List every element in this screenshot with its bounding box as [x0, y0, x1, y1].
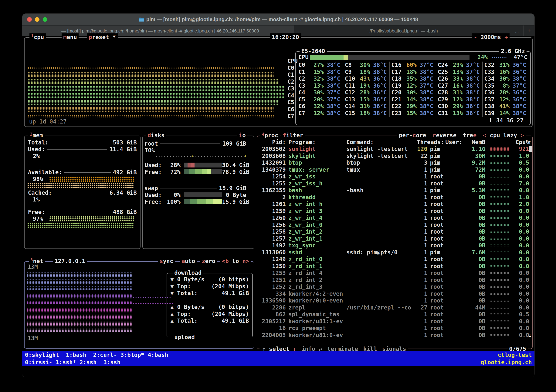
- upload-total-row: ▲ Total: 49.1 GiB: [167, 317, 252, 324]
- core-id: C21: [390, 96, 402, 103]
- new-tab-button[interactable]: +: [524, 25, 534, 36]
- minimize-button[interactable]: [35, 17, 39, 22]
- process-row[interactable]: 1432091btopbtop3pim9.2M0.5: [257, 159, 532, 166]
- process-row[interactable]: 1260z_wr_int_41root0B0.0: [257, 215, 532, 222]
- column-program[interactable]: Program:: [288, 138, 344, 146]
- iface-prev-button[interactable]: <b: [222, 258, 229, 264]
- io-toggle[interactable]: io: [237, 132, 247, 139]
- sort-prev-button[interactable]: <: [483, 132, 486, 138]
- process-row[interactable]: 1340379tmux: servertmux1pim72M0.0: [257, 166, 532, 173]
- sort-next-button[interactable]: >: [520, 132, 524, 138]
- iface-next-button[interactable]: n>: [242, 258, 249, 264]
- process-row[interactable]: 1254z_wr_iss1root0B0.0: [257, 173, 532, 180]
- mem-panel-tab[interactable]: 2mem: [28, 132, 45, 140]
- process-cpu: 7.0: [509, 180, 529, 187]
- mem-cached-row: Cached:6.34 GiB: [28, 189, 137, 196]
- process-row[interactable]: 2286zrepl/usr/bin/zrepl --co27root44M0.0: [257, 304, 532, 311]
- cpu-usage-band: [28, 72, 274, 77]
- process-row[interactable]: 1492txg_sync1root0B0.0: [257, 242, 532, 249]
- process-threads: 1: [417, 290, 427, 297]
- cpu-panel-tab[interactable]: 1cpu: [30, 33, 46, 42]
- process-pid: 1362355: [257, 187, 286, 194]
- process-mem: 0B: [465, 173, 485, 180]
- sort-direction-icon[interactable]: ↑: [528, 138, 532, 146]
- process-row[interactable]: 1259z_wr_int_31root0B0.0: [257, 208, 532, 215]
- tree-toggle[interactable]: tree: [463, 132, 477, 139]
- process-pid: 1260: [257, 215, 286, 222]
- cpu-usage-band: [28, 100, 279, 105]
- process-row[interactable]: 16rcu_preempt1root0B0.0: [257, 325, 532, 332]
- process-row[interactable]: 2003608skylightskylight -testcert22pim30…: [257, 153, 532, 160]
- column-memb[interactable]: MemB: [465, 138, 485, 146]
- reverse-toggle[interactable]: reverse: [433, 132, 456, 139]
- column-pid[interactable]: Pid:: [257, 138, 286, 146]
- process-row[interactable]: 1313060sshdsshd: pim@pts/01pim7.6M0.0: [257, 249, 532, 256]
- tab-mosh-label: ~ — [mosh] pim@glootie.ipng.ch: /home/pi…: [57, 28, 259, 34]
- disks-panel-tab[interactable]: disks: [146, 132, 166, 139]
- net-auto-toggle[interactable]: auto: [180, 257, 197, 265]
- process-row[interactable]: 2204003kworker/u81:0-ev1root0B0.0↓: [257, 332, 532, 339]
- titlebar[interactable]: pim — [mosh] pim@glootie.ipng.ch: /home/…: [22, 14, 534, 25]
- download-arrow-icon: ▼: [170, 290, 177, 297]
- zoom-button[interactable]: [43, 17, 47, 22]
- process-row[interactable]: 2305217kworker/u81:1-ev1root0B0.0: [257, 318, 532, 325]
- core-temp: 37°C: [510, 82, 526, 89]
- process-threads: 1: [417, 332, 427, 339]
- process-row[interactable]: 1253z_rd_int_41root0B0.0: [257, 270, 532, 277]
- process-row[interactable]: 1258z_wr_int_21root0B0.0: [257, 228, 532, 235]
- interval-increase-button[interactable]: +: [504, 34, 508, 40]
- zero-hotkey: z: [202, 258, 205, 264]
- process-command: /usr/bin/zrepl --co: [346, 304, 417, 311]
- process-row[interactable]: 1250z_rd_int_11root0B0.0: [257, 263, 532, 270]
- column-command[interactable]: Command:: [346, 138, 417, 146]
- cpu-detail-panel: E5-2640 2.6 GHz CPU 24% 47°C C027%38°CC8…: [295, 51, 531, 125]
- net-zero-toggle[interactable]: zero: [200, 257, 217, 265]
- core-usage: 8%: [495, 82, 510, 89]
- process-cpu-graph: [489, 189, 509, 192]
- mem-free-value: 488 GiB: [111, 208, 137, 215]
- process-row[interactable]: 2003502sunlightsunlight -testcert120pim1…: [257, 146, 532, 153]
- process-row[interactable]: 1261z_wr_int_h1root0B2.0: [257, 201, 532, 208]
- process-row[interactable]: 1257z_wr_int_11root0B0.0: [257, 235, 532, 242]
- core-temp: 38°C: [417, 75, 433, 82]
- tmux-window-list-1[interactable]: 0:skylight 1:bash 2:curl- 3:btop* 4:bash: [25, 351, 168, 359]
- interval-decrease-button[interactable]: -: [474, 34, 477, 40]
- preset-button[interactable]: preset *: [87, 33, 118, 41]
- sort-selector[interactable]: < cpu lazy >: [483, 132, 524, 139]
- core-usage: 43%: [356, 75, 370, 82]
- core-id: C38: [483, 103, 495, 110]
- process-row[interactable]: 1256z_wr_int_01root0B0.0: [257, 222, 532, 229]
- process-row[interactable]: 334kworker/4:2-even1root0B0.0: [257, 290, 532, 297]
- core-usage: 33%: [449, 75, 463, 82]
- menu-button[interactable]: menu: [62, 33, 78, 41]
- process-row[interactable]: 1362355bash-bash1pim5.3M0.0: [257, 187, 532, 194]
- column-threads[interactable]: Threads:: [417, 138, 443, 146]
- mem-used-label: Used:: [28, 146, 47, 153]
- process-row[interactable]: 1336590kworker/0:0-even1root0B0.0: [257, 297, 532, 304]
- process-user: pim: [430, 146, 465, 153]
- process-row[interactable]: 1252z_rd_int_31root0B0.0: [257, 284, 532, 290]
- process-row[interactable]: 1255z_wr_iss_h1root0B7.0: [257, 180, 532, 187]
- column-cpu[interactable]: Cpu%: [509, 138, 529, 146]
- tab-overflow-button[interactable]: ...: [510, 25, 524, 36]
- process-name: btop: [288, 159, 344, 166]
- process-row[interactable]: 862spl_dynamic_tas1root0B0.5: [257, 311, 532, 318]
- core-temp: 36°C: [370, 82, 387, 89]
- filter-button[interactable]: filter: [281, 132, 305, 139]
- tmux-window-list-2[interactable]: 0:irssi- 1:ssh* 2:ssh 3:ssh: [25, 359, 121, 366]
- core-id: C10: [343, 75, 356, 82]
- net-interface-switcher[interactable]: <b lo n>: [220, 257, 251, 265]
- process-command: [346, 215, 417, 222]
- close-button[interactable]: [27, 17, 32, 22]
- process-row[interactable]: 1249z_rd_int_01root0B0.0: [257, 256, 532, 263]
- core-cell-C8: C830%38°C: [343, 61, 390, 69]
- core-table: C027%38°CC830%38°CC1660%37°CC2429%37°CC3…: [297, 61, 529, 117]
- process-row[interactable]: 2kthreadd1root0B1.0: [257, 194, 532, 201]
- core-id: C30: [436, 103, 449, 110]
- per-core-toggle[interactable]: per-core: [399, 132, 426, 139]
- process-command: skylight -testcert: [346, 153, 417, 160]
- process-row[interactable]: 1251z_rd_int_21root0B0.0: [257, 277, 532, 284]
- net-sync-toggle[interactable]: sync: [158, 257, 175, 265]
- column-user[interactable]: User:: [445, 138, 465, 146]
- scrollbar-thumb[interactable]: [529, 146, 532, 152]
